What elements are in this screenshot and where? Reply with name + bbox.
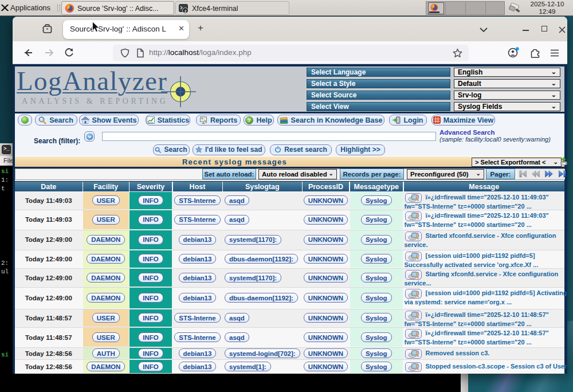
svg-text:2: 2 (184, 8, 186, 13)
svg-text:?: ? (248, 117, 252, 123)
